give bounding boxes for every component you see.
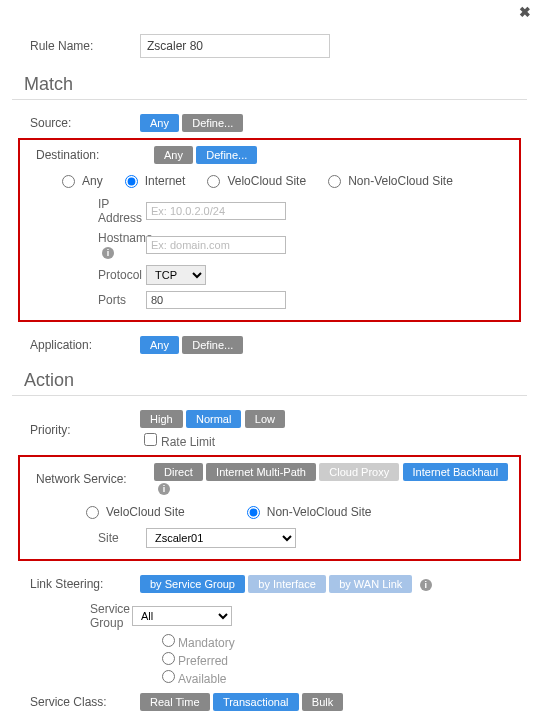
netsvc-cloud-button: Cloud Proxy [319, 463, 399, 481]
netsvc-direct-button[interactable]: Direct [154, 463, 203, 481]
destination-highlight-box: Destination: Any Define... Any Internet … [18, 138, 521, 322]
app-define-button[interactable]: Define... [182, 336, 243, 354]
info-icon[interactable]: i [158, 483, 170, 495]
source-define-button[interactable]: Define... [182, 114, 243, 132]
hostname-input[interactable] [146, 236, 286, 254]
source-label: Source: [12, 116, 140, 130]
link-label: Link Steering: [12, 577, 140, 591]
app-any-button[interactable]: Any [140, 336, 179, 354]
dest-radio-internet[interactable]: Internet [125, 174, 186, 188]
ip-label: IP Address [26, 197, 146, 225]
rate-limit-checkbox[interactable]: Rate Limit [144, 435, 215, 449]
ip-input[interactable] [146, 202, 286, 220]
dest-radio-velo[interactable]: VeloCloud Site [207, 174, 306, 188]
priority-normal-button[interactable]: Normal [186, 410, 241, 428]
priority-label: Priority: [12, 423, 140, 437]
sg-available[interactable]: Available [162, 672, 226, 686]
svcclass-trans-button[interactable]: Transactional [213, 693, 299, 711]
ports-label: Ports [26, 293, 146, 307]
destination-label: Destination: [26, 148, 154, 162]
svcclass-bulk-button[interactable]: Bulk [302, 693, 343, 711]
link-bysvc-button[interactable]: by Service Group [140, 575, 245, 593]
site-select[interactable]: Zscaler01 [146, 528, 296, 548]
info-icon[interactable]: i [102, 247, 114, 259]
site-label: Site [26, 531, 146, 545]
ports-input[interactable] [146, 291, 286, 309]
rule-name-input[interactable] [140, 34, 330, 58]
info-icon[interactable]: i [420, 579, 432, 591]
netsvc-radio-velo[interactable]: VeloCloud Site [86, 505, 185, 519]
dest-radio-nonvelo[interactable]: Non-VeloCloud Site [328, 174, 453, 188]
svcgroup-label: Service Group [12, 602, 132, 630]
section-match: Match [24, 74, 527, 95]
close-icon[interactable]: ✖ [519, 4, 531, 20]
section-action: Action [24, 370, 527, 391]
application-label: Application: [12, 338, 140, 352]
priority-high-button[interactable]: High [140, 410, 183, 428]
svcgroup-select[interactable]: All [132, 606, 232, 626]
priority-low-button[interactable]: Low [245, 410, 285, 428]
sg-mandatory[interactable]: Mandatory [162, 636, 235, 650]
svcclass-label: Service Class: [12, 695, 140, 709]
protocol-label: Protocol [26, 268, 146, 282]
dest-any-button[interactable]: Any [154, 146, 193, 164]
sg-preferred[interactable]: Preferred [162, 654, 228, 668]
rule-name-label: Rule Name: [12, 39, 140, 53]
dest-radio-any[interactable]: Any [62, 174, 103, 188]
link-byif-button[interactable]: by Interface [248, 575, 325, 593]
netsvc-highlight-box: Network Service: Direct Internet Multi-P… [18, 455, 521, 561]
hostname-label: Hostnamei [26, 231, 146, 259]
link-bywan-button[interactable]: by WAN Link [329, 575, 412, 593]
netsvc-radio-nonvelo[interactable]: Non-VeloCloud Site [247, 505, 372, 519]
netsvc-label: Network Service: [26, 472, 154, 486]
netsvc-imp-button[interactable]: Internet Multi-Path [206, 463, 316, 481]
netsvc-backhaul-button[interactable]: Internet Backhaul [403, 463, 509, 481]
dest-define-button[interactable]: Define... [196, 146, 257, 164]
protocol-select[interactable]: TCP [146, 265, 206, 285]
source-any-button[interactable]: Any [140, 114, 179, 132]
svcclass-rt-button[interactable]: Real Time [140, 693, 210, 711]
